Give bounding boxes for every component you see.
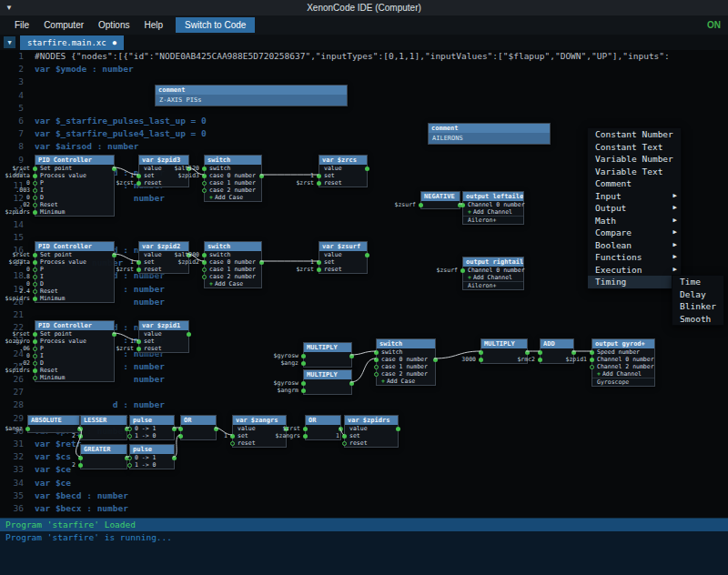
- input-port[interactable]: [78, 434, 83, 439]
- input-port[interactable]: [33, 339, 37, 344]
- node-title[interactable]: var $zpid3: [139, 156, 188, 165]
- node-output-leftaileron[interactable]: output leftaileroChannel 0 number+Add Ch…: [462, 191, 524, 225]
- node-switch2[interactable]: switchswitch$alt200case 0 number$zpid2ca…: [204, 241, 262, 288]
- input-port[interactable]: [33, 166, 37, 171]
- node-title[interactable]: LESSER: [81, 416, 126, 425]
- node-title[interactable]: ABSOLUTE: [28, 416, 79, 425]
- menu-item-constant-text[interactable]: Constant Text: [588, 141, 681, 154]
- input-port[interactable]: [590, 365, 594, 369]
- node-title[interactable]: switch: [205, 156, 261, 165]
- node-output-gyro[interactable]: output gyrod+Speed numberChannel 0 numbe…: [592, 338, 655, 387]
- input-port[interactable]: [374, 350, 379, 355]
- input-port[interactable]: [178, 434, 183, 439]
- output-port[interactable]: [571, 350, 576, 355]
- submenu-item-time[interactable]: Time: [672, 276, 723, 288]
- input-port[interactable]: [178, 427, 183, 431]
- node-var-zangrs[interactable]: var $zangrsvalueset1reset: [232, 415, 287, 448]
- input-port[interactable]: [303, 427, 308, 431]
- input-port[interactable]: [538, 350, 542, 355]
- output-port[interactable]: [172, 427, 177, 431]
- node-row[interactable]: Aileron+: [463, 281, 523, 289]
- node-title[interactable]: MULTIPLY: [304, 343, 351, 352]
- menu-item-output[interactable]: Output▶: [588, 202, 681, 215]
- console-panel[interactable]: Program 'starfire' LoadedProgram 'starfi…: [0, 518, 728, 575]
- input-port[interactable]: [127, 434, 132, 439]
- input-port[interactable]: [33, 332, 37, 337]
- node-title[interactable]: var $zpid1: [139, 321, 188, 330]
- node-title[interactable]: pulse: [130, 445, 174, 454]
- node-title[interactable]: output gyrod+: [592, 339, 654, 348]
- input-port[interactable]: [230, 434, 235, 439]
- input-port[interactable]: [33, 376, 37, 380]
- add-row[interactable]: +Add Channel: [463, 274, 523, 281]
- input-port[interactable]: [419, 203, 423, 207]
- input-port[interactable]: [33, 203, 37, 207]
- node-title[interactable]: OR: [181, 416, 216, 425]
- menu-item-variable-number[interactable]: Variable Number: [588, 153, 681, 166]
- input-port[interactable]: [33, 289, 37, 294]
- input-port[interactable]: [136, 181, 141, 186]
- node-var-zpidrs[interactable]: var $zpidrsvalueset1reset: [344, 415, 399, 448]
- input-port[interactable]: [301, 381, 306, 386]
- node-title[interactable]: ADD: [541, 339, 573, 348]
- node-title[interactable]: GREATER: [81, 445, 126, 454]
- node-pid2[interactable]: PID ControllerSet point$rsetProcess valu…: [35, 241, 115, 303]
- node-pulse1[interactable]: pulse0 -> 11 -> 0: [129, 415, 175, 440]
- input-port[interactable]: [136, 347, 141, 351]
- input-port[interactable]: [317, 174, 321, 178]
- submenu-item-blinker[interactable]: Blinker: [672, 300, 723, 313]
- node-title[interactable]: var $zangrs: [233, 416, 286, 425]
- input-port[interactable]: [33, 361, 37, 366]
- submenu-item-delay[interactable]: Delay: [672, 288, 723, 301]
- input-port[interactable]: [202, 166, 207, 171]
- input-port[interactable]: [33, 347, 37, 351]
- node-title[interactable]: switch: [205, 242, 261, 251]
- node-title[interactable]: NEGATIVE: [421, 192, 460, 201]
- node-var-zpid1[interactable]: var $zpid1valueset1reset$zrst: [138, 320, 189, 353]
- input-port[interactable]: [33, 188, 37, 193]
- menu-item-input[interactable]: Input▶: [588, 190, 681, 203]
- input-port[interactable]: [317, 260, 321, 265]
- input-port[interactable]: [342, 441, 347, 446]
- input-port[interactable]: [374, 372, 379, 377]
- node-pid3[interactable]: PID ControllerSet point$rsetProcess valu…: [35, 320, 115, 382]
- node-row[interactable]: Aileron+: [463, 216, 523, 224]
- input-port[interactable]: [25, 427, 30, 431]
- add-row[interactable]: +Add Channel: [463, 208, 523, 216]
- node-title[interactable]: comment: [156, 86, 347, 95]
- node-title[interactable]: var $zrcs: [319, 156, 367, 165]
- output-port[interactable]: [259, 174, 264, 178]
- node-title[interactable]: MULTIPLY: [481, 339, 527, 348]
- node-title[interactable]: output leftailero: [463, 192, 523, 201]
- input-port[interactable]: [127, 427, 132, 431]
- output-port[interactable]: [172, 456, 177, 460]
- input-port[interactable]: [202, 174, 207, 178]
- node-comment-zaxis[interactable]: commentZ-AXIS PISs: [155, 85, 348, 106]
- node-greater[interactable]: GREATER2: [80, 444, 127, 469]
- node-title[interactable]: MULTIPLY: [304, 370, 351, 379]
- node-title[interactable]: var $zsurf: [319, 242, 367, 251]
- input-port[interactable]: [301, 388, 306, 393]
- node-var-zrcs[interactable]: var $zrcsvalueset1reset$zrst: [318, 155, 368, 187]
- input-port[interactable]: [479, 350, 483, 355]
- node-title[interactable]: var $zpid2: [139, 242, 188, 251]
- input-port[interactable]: [33, 196, 37, 200]
- output-port[interactable]: [365, 166, 369, 171]
- node-title[interactable]: OR: [306, 416, 340, 425]
- node-title[interactable]: PID Controller: [35, 242, 114, 251]
- input-port[interactable]: [317, 267, 321, 272]
- input-port[interactable]: [301, 354, 306, 358]
- input-port[interactable]: [33, 267, 37, 272]
- input-port[interactable]: [127, 463, 132, 468]
- node-title[interactable]: output rightailero: [463, 257, 523, 267]
- input-port[interactable]: [33, 253, 37, 257]
- menu-item-variable-text[interactable]: Variable Text: [588, 166, 681, 178]
- input-port[interactable]: [202, 267, 207, 272]
- output-port[interactable]: [349, 381, 354, 386]
- add-row[interactable]: +Add Case: [205, 194, 261, 201]
- input-port[interactable]: [33, 210, 37, 215]
- input-port[interactable]: [202, 253, 207, 257]
- node-negative[interactable]: NEGATIVE$zsurf: [420, 191, 460, 209]
- input-port[interactable]: [460, 203, 465, 207]
- node-pulse2[interactable]: pulse0 -> 11 -> 0: [129, 444, 175, 469]
